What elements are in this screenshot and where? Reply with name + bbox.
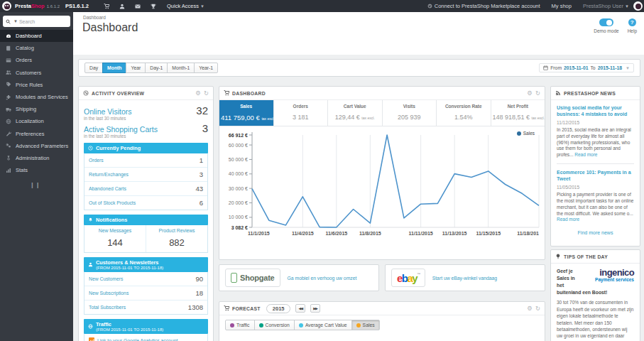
date-range-picker[interactable]: From2015-11-01 To2015-11-18 ▼ <box>539 63 634 72</box>
kpi-tab-visits[interactable]: Visits205 939 <box>383 100 437 126</box>
calendar-icon <box>543 65 548 70</box>
sidebar-item-administration[interactable]: Administration <box>0 152 73 164</box>
kpi-tab-conversion-rate[interactable]: Conversion Rate1.54% <box>437 100 491 126</box>
gear-icon[interactable]: ⚙ <box>527 305 533 312</box>
new-subscriptions-row[interactable]: New Subscriptions18 <box>84 286 207 301</box>
read-more-link[interactable]: Read more <box>557 217 579 222</box>
quick-access-menu[interactable]: Quick Access▼ <box>167 3 204 9</box>
pending-returns-row[interactable]: Return/Exchanges3 <box>84 168 207 182</box>
ingenico-logo[interactable]: ingenico Payment services <box>583 268 634 283</box>
filter-year-button[interactable]: Year <box>126 63 146 73</box>
total-subscribers-row[interactable]: Total Subscribers1308 <box>84 301 207 314</box>
refresh-icon[interactable]: ↻ <box>204 90 209 97</box>
next-year-icon[interactable]: ▶▶ <box>310 304 320 313</box>
preferences-icon <box>6 131 11 136</box>
filter-day-1-button[interactable]: Day-1 <box>145 63 168 73</box>
sidebar-item-customers[interactable]: Customers <box>0 67 73 79</box>
product-reviews-cell[interactable]: Product Reviews882 <box>146 225 207 252</box>
activity-icon <box>83 90 89 96</box>
forecast-legend-sales[interactable]: Sales <box>351 320 380 330</box>
filter-year-1-button[interactable]: Year-1 <box>194 63 218 73</box>
sidebar-item-dashboard[interactable]: Dashboard <box>0 30 73 42</box>
user-avatar[interactable] <box>633 1 643 11</box>
mail-icon[interactable] <box>135 4 141 9</box>
gear-icon[interactable]: ⚙ <box>527 90 533 97</box>
chart-legend[interactable]: Sales <box>517 131 535 136</box>
pending-abandoned-carts-row[interactable]: Abandoned Carts43 <box>84 182 207 196</box>
svg-text:11/1/2015: 11/1/2015 <box>248 231 270 236</box>
read-more-link[interactable]: Read more <box>574 152 597 157</box>
shipping-icon <box>6 107 11 112</box>
kpi-tab-cart-value[interactable]: Cart Value129,44 € tax excl. <box>328 100 383 126</box>
breadcrumb: Dashboard <box>83 15 106 20</box>
customer-icon[interactable] <box>119 4 125 9</box>
news-article-title[interactable]: Ecommerce 101: Payments in a Tweet <box>557 169 634 182</box>
new-customers-row[interactable]: New Customers90 <box>84 272 207 286</box>
sales-dot <box>356 323 361 328</box>
sidebar-item-catalog[interactable]: Catalog <box>0 42 73 54</box>
ebay-logo: ebay™ <box>391 269 425 287</box>
sidebar-item-orders[interactable]: Orders <box>0 54 73 66</box>
sidebar-item-modules[interactable]: Modules and Services <box>0 91 73 103</box>
gear-icon[interactable]: ⚙ <box>195 90 201 97</box>
trophy-icon[interactable] <box>151 4 156 9</box>
advanced-parameters-icon <box>6 143 11 148</box>
help-icon[interactable]: ? <box>628 18 636 26</box>
dashboard-panel: DASHBOARD ⚙↻ Sales411 759,00 € tax excl.… <box>219 86 545 260</box>
sidebar-item-advanced-parameters[interactable]: Advanced Parameters <box>0 140 73 152</box>
sidebar-item-shipping[interactable]: Shipping <box>0 103 73 115</box>
kpi-tab-sales[interactable]: Sales411 759,00 € tax excl. <box>219 100 274 126</box>
pending-out-of-stock-row[interactable]: Out of Stock Products6 <box>84 196 207 210</box>
marketplace-link[interactable]: Connect to PrestaShop Marketplace accoun… <box>427 3 540 9</box>
previous-year-icon[interactable]: ◀◀ <box>295 304 305 313</box>
news-article-title[interactable]: Using social media for your business: 4 … <box>557 104 634 117</box>
ebay-banner[interactable]: ebay™ Start uw eBay-winkel vandaag <box>385 264 545 291</box>
kpi-tab-net-profit[interactable]: Net Profit148 918,51 € tax excl. <box>491 100 545 126</box>
ebay-link[interactable]: Start uw eBay-winkel vandaag <box>432 276 497 281</box>
sidebar-item-localization[interactable]: Localization <box>0 115 73 127</box>
my-shop-link[interactable]: My shop <box>552 3 572 9</box>
svg-text:60 000 €: 60 000 € <box>229 143 248 148</box>
shopgate-logo: Shopgate <box>225 269 280 287</box>
sidebar-nav: ▼ Dashboard Catalog Orders Customers Pri… <box>0 12 73 341</box>
cart-icon[interactable] <box>104 4 109 9</box>
filter-day-button[interactable]: Day <box>84 63 103 73</box>
shopgate-banner[interactable]: Shopgate Ga mobiel en verhoog uw omzet <box>219 264 379 291</box>
svg-text:66 912 €: 66 912 € <box>229 133 248 138</box>
rss-icon <box>555 90 561 96</box>
help-label: Help <box>628 28 637 33</box>
google-analytics-link-row[interactable]: Link to your Google Analytics account <box>84 334 208 341</box>
search-box[interactable]: ▼ <box>3 16 70 27</box>
sidebar-collapse-icon[interactable]: ❙❙ <box>30 182 73 188</box>
administration-icon <box>6 155 11 161</box>
forecast-legend-average-cart-value[interactable]: Average Cart Value <box>294 320 352 330</box>
sidebar-item-price-rules[interactable]: Price Rules <box>0 79 73 91</box>
svg-text:20 000 €: 20 000 € <box>229 200 248 205</box>
kpi-tab-orders[interactable]: Orders3 181 <box>274 100 329 126</box>
online-visitors-link[interactable]: Online Visitors <box>84 107 132 116</box>
demo-mode-toggle[interactable] <box>599 18 613 26</box>
search-input[interactable] <box>19 19 62 24</box>
filter-month-1-button[interactable]: Month-1 <box>167 63 195 73</box>
forecast-year[interactable]: 2015 <box>266 304 291 313</box>
svg-text:10 000 €: 10 000 € <box>229 215 248 220</box>
refresh-icon[interactable]: ↻ <box>535 305 540 312</box>
filter-month-button[interactable]: Month <box>102 63 126 73</box>
forecast-legend-traffic[interactable]: Traffic <box>225 320 255 330</box>
user-menu[interactable]: PrestaShop User▼ <box>583 3 629 9</box>
forecast-legend-conversion[interactable]: Conversion <box>254 320 295 330</box>
svg-text:30 000 €: 30 000 € <box>229 186 248 191</box>
dashboard-icon <box>6 33 11 39</box>
svg-text:11/6/2015: 11/6/2015 <box>325 231 347 236</box>
svg-text:11/15/2015: 11/15/2015 <box>476 231 501 236</box>
new-messages-cell[interactable]: New Messages144 <box>84 225 146 252</box>
refresh-icon[interactable]: ↻ <box>535 90 540 97</box>
active-carts-link[interactable]: Active Shopping Carts <box>84 125 158 134</box>
sidebar-item-preferences[interactable]: Preferences <box>0 128 73 140</box>
pending-orders-row[interactable]: Orders1 <box>84 153 207 168</box>
shopgate-link[interactable]: Ga mobiel en verhoog uw omzet <box>288 276 357 281</box>
google-analytics-icon <box>89 337 94 341</box>
brand-name: PrestaShop <box>15 3 45 9</box>
sidebar-item-stats[interactable]: Stats <box>0 164 73 176</box>
find-more-news-link[interactable]: Find more news <box>557 230 634 235</box>
